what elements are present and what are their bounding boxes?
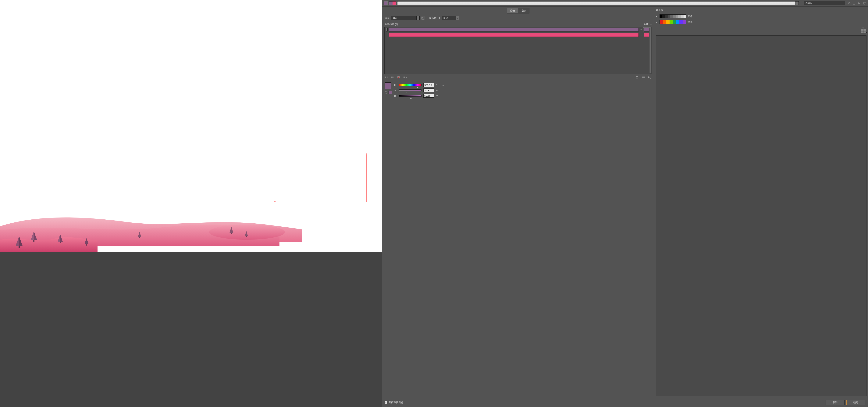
right-column: 颜色组 ▶ 灰色 ▶ 明亮 无 — [654, 7, 868, 398]
left-column: 编辑 指定 预设: 自定 颜色数: 自动 当前颜色 (2) 新建▾≡ — [382, 7, 654, 398]
bri-value[interactable]: 52.55 — [424, 94, 434, 97]
folder-icon[interactable] — [857, 1, 861, 5]
tab-assign[interactable]: 指定 — [518, 8, 529, 13]
svg-marker-16 — [245, 231, 248, 236]
group-name-field[interactable]: 图稿组 — [804, 1, 845, 5]
landscape-illustration — [0, 204, 382, 252]
hill-front-shape — [0, 231, 97, 252]
svg-marker-10 — [85, 238, 89, 244]
color-mode-menu-icon[interactable]: ▾≡ — [442, 84, 444, 86]
arrow-icon: → — [640, 33, 643, 36]
color-groups-title: 颜色组 — [656, 8, 867, 13]
svg-rect-31 — [404, 77, 405, 78]
sat-value[interactable]: 35.82 — [424, 88, 434, 92]
color-group-swatch-rainbow[interactable] — [659, 20, 686, 24]
svg-rect-17 — [246, 236, 247, 237]
svg-marker-8 — [16, 236, 19, 246]
eyedropper-icon[interactable] — [846, 1, 850, 5]
new-row-icon[interactable]: + — [403, 76, 407, 79]
ok-button[interactable]: 确定 — [846, 400, 865, 405]
svg-rect-24 — [385, 77, 386, 78]
color-group-row[interactable]: ▶ 灰色 — [656, 13, 867, 19]
exclude-icon[interactable] — [397, 76, 401, 79]
selection-outline[interactable] — [0, 154, 367, 202]
scrollbar[interactable] — [649, 28, 651, 73]
active-color-swatch[interactable] — [384, 1, 388, 5]
cancel-button[interactable]: 取消 — [826, 400, 844, 405]
bri-slider[interactable] — [399, 95, 422, 97]
svg-rect-33 — [636, 76, 637, 77]
tree-icon — [84, 238, 89, 246]
sat-label: S — [394, 89, 397, 92]
svg-point-37 — [648, 76, 650, 78]
merge-icon[interactable] — [384, 76, 389, 79]
app-root: 图稿组 编辑 指定 预设: 自定 颜色数: 自动 — [0, 0, 868, 407]
tree-icon — [57, 234, 63, 243]
expand-icon[interactable]: ▶ — [656, 16, 658, 18]
tab-bar: 编辑 指定 — [382, 7, 654, 16]
out-of-gamut-icon[interactable] — [384, 91, 388, 94]
find-in-wheel-icon[interactable] — [647, 76, 652, 79]
randomize-order-icon[interactable] — [635, 76, 640, 79]
sat-slider[interactable] — [399, 89, 422, 91]
source-color-bar[interactable] — [389, 33, 639, 37]
bri-row: B 52.55 % — [394, 93, 652, 98]
split-icon[interactable] — [391, 76, 395, 79]
color-group-storage[interactable] — [656, 35, 867, 396]
flyout-menu-icon[interactable]: ▾≡ — [650, 23, 652, 25]
recolor-artwork-label: 图稿重新着色 — [389, 401, 403, 404]
secondary-swatch[interactable] — [389, 91, 392, 94]
selection-handle[interactable] — [366, 153, 367, 155]
tree-icon — [229, 227, 234, 234]
colors-count-select[interactable]: 自动 — [442, 16, 459, 20]
preset-row: 预设: 自定 颜色数: 自动 — [382, 16, 654, 21]
harmony-swatch[interactable] — [389, 1, 396, 5]
panel-footer: ✓ 图稿重新着色 取消 确定 — [382, 398, 868, 407]
svg-marker-2 — [31, 231, 34, 240]
svg-rect-25 — [387, 77, 388, 78]
tree-icon — [16, 236, 23, 248]
svg-text:+: + — [406, 76, 407, 79]
color-group-name: 明亮 — [687, 20, 692, 24]
hue-value[interactable]: 303.75 — [424, 83, 434, 87]
arrow-icon: → — [640, 28, 643, 31]
color-row[interactable]: → — [384, 27, 652, 32]
svg-marker-14 — [229, 227, 233, 233]
svg-rect-26 — [391, 77, 392, 78]
color-preview-swatch[interactable] — [385, 82, 392, 89]
expand-icon[interactable]: ▶ — [656, 21, 658, 23]
svg-rect-28 — [393, 77, 394, 78]
svg-marker-5 — [58, 234, 60, 241]
svg-rect-9 — [19, 246, 20, 248]
save-group-icon[interactable] — [852, 1, 856, 5]
preset-options-icon[interactable] — [421, 16, 425, 20]
stepper-icon[interactable] — [438, 16, 441, 20]
none-swatch-icon[interactable] — [861, 29, 866, 33]
row-grip[interactable] — [386, 28, 388, 31]
recolor-panel: 图稿组 编辑 指定 预设: 自定 颜色数: 自动 — [382, 0, 868, 407]
color-group-swatch-gray[interactable] — [659, 14, 686, 18]
sat-unit: % — [436, 89, 439, 92]
svg-rect-34 — [637, 76, 638, 77]
recolor-artwork-checkbox[interactable]: ✓ 图稿重新着色 — [385, 401, 403, 404]
current-colors-header: 当前颜色 (2) 新建▾≡ — [382, 21, 654, 27]
svg-marker-23 — [439, 19, 440, 19]
randomize-sat-icon[interactable] — [641, 76, 646, 79]
list-tools-row: + — [382, 74, 654, 81]
color-mapping-list[interactable]: → → — [384, 27, 652, 74]
harmony-dropdown[interactable] — [397, 1, 799, 5]
canvas-area[interactable] — [0, 0, 382, 407]
hue-slider[interactable] — [399, 84, 422, 86]
color-row[interactable]: → — [384, 32, 652, 37]
source-color-bar[interactable] — [389, 28, 639, 31]
trash-icon[interactable] — [862, 1, 867, 5]
svg-rect-3 — [33, 240, 34, 241]
checkbox-icon[interactable]: ✓ — [385, 401, 388, 404]
color-group-row[interactable]: ▶ 明亮 — [656, 19, 867, 25]
preset-select[interactable]: 自定 — [391, 16, 420, 20]
svg-marker-22 — [439, 17, 440, 18]
tree-icon — [137, 232, 142, 238]
svg-rect-13 — [139, 237, 140, 238]
selection-handle[interactable] — [274, 201, 276, 202]
tab-edit[interactable]: 编辑 — [507, 8, 518, 13]
